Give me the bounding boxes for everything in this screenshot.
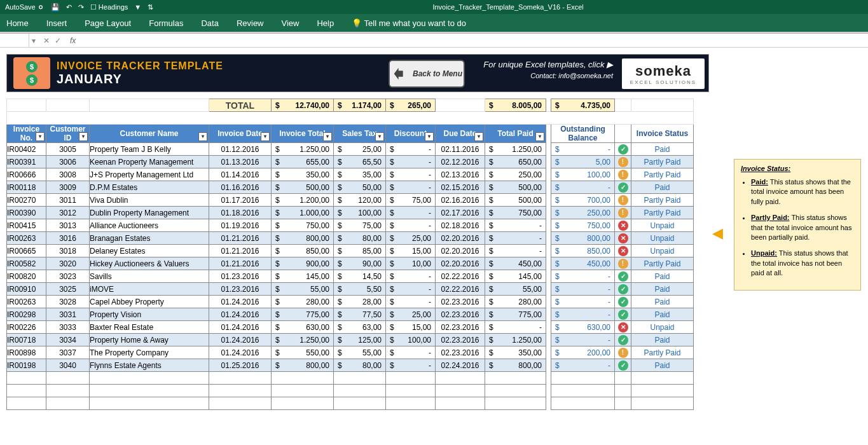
status-icon: ! (618, 348, 628, 358)
status-icon: ✕ (618, 221, 628, 231)
fx-icon[interactable]: fx (66, 36, 79, 45)
redo-icon[interactable]: ↷ (78, 3, 84, 11)
filter-icon[interactable]: ▼ (134, 3, 141, 11)
status-icon: ✕ (618, 246, 628, 256)
filter-button[interactable]: ▾ (323, 132, 332, 141)
formula-bar: ▾ ✕✓ fx (0, 34, 868, 48)
template-title: INVOICE TRACKER TEMPLATE (57, 60, 223, 72)
filter-button[interactable]: ▾ (198, 132, 207, 141)
total-label: TOTAL (209, 99, 272, 112)
header-row: Invoice No.▾ Customer ID▾ Customer Name▾… (7, 125, 694, 143)
table-row[interactable]: IR004153013Alliance Auctioneers01.19.201… (7, 219, 694, 232)
cancel-icon[interactable]: ✕ (43, 36, 50, 45)
table-row[interactable]: IR008203023Savills01.23.2016$145,00$14,5… (7, 270, 694, 283)
brand-logo: someka EXCEL SOLUTIONS (622, 58, 705, 89)
tab-page-layout[interactable]: Page Layout (85, 18, 131, 28)
month-label: JANUARY (57, 72, 223, 86)
filter-button[interactable]: ▾ (79, 132, 88, 141)
tab-data[interactable]: Data (201, 18, 218, 28)
table-row[interactable]: IR001183009D.P.M Estates01.16.2016$500,0… (7, 181, 694, 194)
enter-icon[interactable]: ✓ (55, 36, 61, 45)
status-info-box: Invoice Status: Paid: This status shows … (734, 159, 861, 291)
table-row[interactable]: IR002633016Branagan Estates01.21.2016$80… (7, 232, 694, 245)
table-row[interactable]: IR004023005Property Team J B Kelly01.12.… (7, 143, 694, 156)
status-icon: ✓ (618, 182, 628, 193)
status-icon: ✓ (618, 284, 628, 294)
table-row[interactable]: IR002263033Baxter Real Estate01.24.2016$… (7, 321, 694, 334)
ribbon-tabs: Home Insert Page Layout Formulas Data Re… (0, 14, 868, 32)
filter-button[interactable]: ▾ (425, 132, 434, 141)
sort-icon[interactable]: ⇅ (148, 3, 153, 11)
status-icon: ! (618, 195, 628, 205)
autosave-toggle[interactable]: AutoSave ⭘ (5, 3, 45, 11)
document-title: Invoice_Tracker_Template_Someka_V16 - Ex… (153, 3, 863, 11)
tell-me[interactable]: 💡 Tell me what you want to do (352, 18, 466, 28)
status-icon: ✓ (618, 360, 628, 371)
filter-button[interactable]: ▾ (36, 132, 45, 141)
template-banner: $$ INVOICE TRACKER TEMPLATE JANUARY Back… (6, 54, 709, 92)
tab-insert[interactable]: Insert (46, 18, 67, 28)
status-icon: ✕ (618, 322, 628, 332)
table-row[interactable]: IR002983031Property Vision01.24.2016$775… (7, 308, 694, 321)
status-icon: ✓ (618, 310, 628, 320)
status-icon: ✓ (618, 335, 628, 345)
template-logo-icon: $$ (13, 57, 50, 89)
table-row[interactable]: IR003913006Keenan Property Management01.… (7, 156, 694, 168)
status-icon: ✓ (618, 144, 628, 154)
table-row[interactable]: IR006663008J+S Property Management Ltd01… (7, 168, 694, 181)
tab-home[interactable]: Home (6, 18, 29, 28)
table-row[interactable]: IR008983037The Property Company01.24.201… (7, 346, 694, 359)
table-row[interactable]: IR005823020Hickey Auctioneers & Valuers0… (7, 257, 694, 270)
invoice-table: TOTAL $12.740,00 $1.174,00 $265,00 $8.00… (6, 99, 694, 410)
tab-view[interactable]: View (282, 18, 300, 28)
table-row[interactable]: IR003903012Dublin Property Management01.… (7, 207, 694, 219)
pointer-arrow-icon: ◀ (712, 225, 723, 242)
name-box[interactable] (0, 34, 29, 47)
status-icon: ! (618, 170, 628, 180)
filter-button[interactable]: ▾ (474, 132, 483, 141)
promo-text[interactable]: For unique Excel templates, click ▶ (483, 60, 613, 69)
save-icon[interactable]: 💾 (51, 3, 60, 11)
headings-toggle[interactable]: ☐ Headings (90, 3, 128, 11)
table-row[interactable]: IR002633028Capel Abbey Property01.24.201… (7, 296, 694, 308)
contact-text: Contact: info@someka.net (483, 72, 613, 79)
undo-icon[interactable]: ↶ (66, 3, 72, 11)
status-icon: ! (618, 208, 628, 218)
status-icon: ! (618, 157, 628, 167)
table-row[interactable]: IR007183034Property Home & Away01.24.201… (7, 334, 694, 346)
status-icon: ✓ (618, 271, 628, 282)
tab-review[interactable]: Review (237, 18, 264, 28)
tab-formulas[interactable]: Formulas (149, 18, 183, 28)
back-to-menu-button[interactable]: Back to Menu (389, 60, 465, 88)
filter-button[interactable]: ▾ (375, 132, 384, 141)
table-row[interactable]: IR006653018Delaney Estates01.21.2016$850… (7, 245, 694, 257)
table-row[interactable]: IR009103025iMOVE01.23.2016$55,00$5,50$-0… (7, 283, 694, 296)
table-row[interactable]: IR002703011Viva Dublin01.17.2016$1.200,0… (7, 194, 694, 207)
tab-help[interactable]: Help (317, 18, 334, 28)
status-icon: ! (618, 259, 628, 269)
status-icon: ✕ (618, 233, 628, 243)
title-bar: AutoSave ⭘ 💾 ↶ ↷ ☐ Headings ▼ ⇅ Invoice_… (0, 0, 868, 14)
status-icon: ✓ (618, 297, 628, 307)
table-row[interactable]: IR001983040Flynns Estate Agents01.25.201… (7, 359, 694, 372)
filter-button[interactable]: ▾ (535, 132, 544, 141)
totals-row: TOTAL $12.740,00 $1.174,00 $265,00 $8.00… (7, 99, 694, 112)
filter-button[interactable]: ▾ (261, 132, 270, 141)
